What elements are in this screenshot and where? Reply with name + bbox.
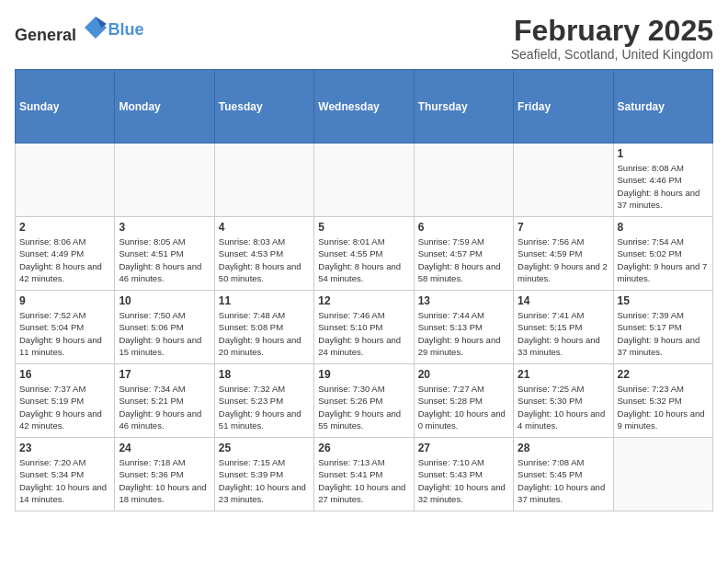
calendar-cell: 8Sunrise: 7:54 AM Sunset: 5:02 PM Daylig… <box>613 217 712 291</box>
calendar-cell: 21Sunrise: 7:25 AM Sunset: 5:30 PM Dayli… <box>514 364 613 438</box>
day-info: Sunrise: 7:39 AM Sunset: 5:17 PM Dayligh… <box>618 309 709 358</box>
day-info: Sunrise: 7:18 AM Sunset: 5:36 PM Dayligh… <box>119 456 210 505</box>
day-info: Sunrise: 7:10 AM Sunset: 5:43 PM Dayligh… <box>418 456 509 505</box>
day-info: Sunrise: 7:20 AM Sunset: 5:34 PM Dayligh… <box>19 456 110 505</box>
day-number: 23 <box>19 442 110 454</box>
calendar-cell <box>115 144 214 217</box>
calendar-cell: 22Sunrise: 7:23 AM Sunset: 5:32 PM Dayli… <box>613 364 712 438</box>
calendar-title: February 2025 <box>511 15 713 47</box>
day-number: 10 <box>119 294 210 307</box>
day-info: Sunrise: 7:25 AM Sunset: 5:30 PM Dayligh… <box>518 383 609 431</box>
calendar-cell: 4Sunrise: 8:03 AM Sunset: 4:53 PM Daylig… <box>214 217 313 291</box>
svg-marker-0 <box>85 17 107 39</box>
page-header: General Blue February 2025 Seafield, Sco… <box>15 15 713 62</box>
calendar-week-5: 23Sunrise: 7:20 AM Sunset: 5:34 PM Dayli… <box>16 438 713 511</box>
calendar-cell: 25Sunrise: 7:15 AM Sunset: 5:39 PM Dayli… <box>214 438 313 511</box>
day-number: 25 <box>219 442 310 454</box>
calendar-week-1: 1Sunrise: 8:08 AM Sunset: 4:46 PM Daylig… <box>16 144 713 217</box>
weekday-thursday: Thursday <box>414 70 513 144</box>
day-number: 26 <box>318 442 409 454</box>
day-number: 11 <box>219 294 310 307</box>
weekday-tuesday: Tuesday <box>214 70 313 144</box>
calendar-cell: 27Sunrise: 7:10 AM Sunset: 5:43 PM Dayli… <box>414 438 513 511</box>
calendar-cell: 16Sunrise: 7:37 AM Sunset: 5:19 PM Dayli… <box>16 364 115 438</box>
day-info: Sunrise: 7:41 AM Sunset: 5:15 PM Dayligh… <box>518 309 609 358</box>
day-info: Sunrise: 7:52 AM Sunset: 5:04 PM Dayligh… <box>19 309 110 358</box>
calendar-cell: 7Sunrise: 7:56 AM Sunset: 4:59 PM Daylig… <box>514 217 613 291</box>
day-info: Sunrise: 7:32 AM Sunset: 5:23 PM Dayligh… <box>219 383 310 431</box>
day-number: 16 <box>19 368 110 381</box>
calendar-cell: 20Sunrise: 7:27 AM Sunset: 5:28 PM Dayli… <box>414 364 513 438</box>
day-info: Sunrise: 7:56 AM Sunset: 4:59 PM Dayligh… <box>518 236 609 284</box>
calendar-cell: 15Sunrise: 7:39 AM Sunset: 5:17 PM Dayli… <box>613 291 712 364</box>
calendar-cell: 9Sunrise: 7:52 AM Sunset: 5:04 PM Daylig… <box>16 291 115 364</box>
weekday-header-row: SundayMondayTuesdayWednesdayThursdayFrid… <box>16 70 713 144</box>
day-info: Sunrise: 7:34 AM Sunset: 5:21 PM Dayligh… <box>119 383 210 431</box>
day-info: Sunrise: 7:13 AM Sunset: 5:41 PM Dayligh… <box>318 456 409 505</box>
logo: General Blue <box>15 15 144 45</box>
day-info: Sunrise: 7:30 AM Sunset: 5:26 PM Dayligh… <box>318 383 409 431</box>
calendar-cell: 23Sunrise: 7:20 AM Sunset: 5:34 PM Dayli… <box>16 438 115 511</box>
weekday-sunday: Sunday <box>16 70 115 144</box>
day-info: Sunrise: 7:54 AM Sunset: 5:02 PM Dayligh… <box>618 236 709 284</box>
calendar-cell: 14Sunrise: 7:41 AM Sunset: 5:15 PM Dayli… <box>514 291 613 364</box>
calendar-cell <box>514 144 613 217</box>
day-number: 20 <box>418 368 509 381</box>
calendar-week-4: 16Sunrise: 7:37 AM Sunset: 5:19 PM Dayli… <box>16 364 713 438</box>
day-info: Sunrise: 7:37 AM Sunset: 5:19 PM Dayligh… <box>19 383 110 431</box>
day-info: Sunrise: 8:01 AM Sunset: 4:55 PM Dayligh… <box>318 236 409 284</box>
calendar-cell <box>214 144 313 217</box>
day-number: 24 <box>119 442 210 454</box>
day-info: Sunrise: 7:15 AM Sunset: 5:39 PM Dayligh… <box>219 456 310 505</box>
calendar-cell: 10Sunrise: 7:50 AM Sunset: 5:06 PM Dayli… <box>115 291 214 364</box>
day-number: 15 <box>618 294 709 307</box>
calendar-cell: 6Sunrise: 7:59 AM Sunset: 4:57 PM Daylig… <box>414 217 513 291</box>
logo-flag-icon <box>83 15 108 40</box>
calendar-table: SundayMondayTuesdayWednesdayThursdayFrid… <box>15 69 713 511</box>
logo-general: General <box>15 26 76 44</box>
weekday-saturday: Saturday <box>613 70 712 144</box>
day-info: Sunrise: 7:59 AM Sunset: 4:57 PM Dayligh… <box>418 236 509 284</box>
day-number: 3 <box>119 221 210 234</box>
day-number: 13 <box>418 294 509 307</box>
calendar-cell: 18Sunrise: 7:32 AM Sunset: 5:23 PM Dayli… <box>214 364 313 438</box>
day-info: Sunrise: 7:46 AM Sunset: 5:10 PM Dayligh… <box>318 309 409 358</box>
day-number: 4 <box>219 221 310 234</box>
calendar-cell <box>613 438 712 511</box>
calendar-subtitle: Seafield, Scotland, United Kingdom <box>511 47 713 62</box>
calendar-cell <box>16 144 115 217</box>
calendar-cell: 11Sunrise: 7:48 AM Sunset: 5:08 PM Dayli… <box>214 291 313 364</box>
day-number: 5 <box>318 221 409 234</box>
day-number: 17 <box>119 368 210 381</box>
calendar-cell: 1Sunrise: 8:08 AM Sunset: 4:46 PM Daylig… <box>613 144 712 217</box>
calendar-cell: 3Sunrise: 8:05 AM Sunset: 4:51 PM Daylig… <box>115 217 214 291</box>
calendar-cell: 17Sunrise: 7:34 AM Sunset: 5:21 PM Dayli… <box>115 364 214 438</box>
day-number: 27 <box>418 442 509 454</box>
calendar-cell <box>314 144 414 217</box>
day-number: 21 <box>518 368 609 381</box>
weekday-monday: Monday <box>115 70 214 144</box>
day-number: 6 <box>418 221 509 234</box>
day-number: 14 <box>518 294 609 307</box>
logo-blue: Blue <box>108 20 144 39</box>
calendar-header: SundayMondayTuesdayWednesdayThursdayFrid… <box>16 70 713 144</box>
day-number: 9 <box>19 294 110 307</box>
calendar-cell: 12Sunrise: 7:46 AM Sunset: 5:10 PM Dayli… <box>314 291 414 364</box>
day-info: Sunrise: 7:08 AM Sunset: 5:45 PM Dayligh… <box>518 456 609 505</box>
calendar-cell: 28Sunrise: 7:08 AM Sunset: 5:45 PM Dayli… <box>514 438 613 511</box>
calendar-cell: 24Sunrise: 7:18 AM Sunset: 5:36 PM Dayli… <box>115 438 214 511</box>
day-number: 18 <box>219 368 310 381</box>
day-number: 8 <box>618 221 709 234</box>
calendar-cell: 26Sunrise: 7:13 AM Sunset: 5:41 PM Dayli… <box>314 438 414 511</box>
day-info: Sunrise: 8:05 AM Sunset: 4:51 PM Dayligh… <box>119 236 210 284</box>
day-number: 28 <box>518 442 609 454</box>
calendar-week-3: 9Sunrise: 7:52 AM Sunset: 5:04 PM Daylig… <box>16 291 713 364</box>
day-number: 19 <box>318 368 409 381</box>
day-info: Sunrise: 7:44 AM Sunset: 5:13 PM Dayligh… <box>418 309 509 358</box>
weekday-wednesday: Wednesday <box>314 70 414 144</box>
calendar-body: 1Sunrise: 8:08 AM Sunset: 4:46 PM Daylig… <box>16 144 713 511</box>
calendar-cell: 5Sunrise: 8:01 AM Sunset: 4:55 PM Daylig… <box>314 217 414 291</box>
day-info: Sunrise: 7:23 AM Sunset: 5:32 PM Dayligh… <box>618 383 709 431</box>
day-number: 2 <box>19 221 110 234</box>
day-number: 7 <box>518 221 609 234</box>
